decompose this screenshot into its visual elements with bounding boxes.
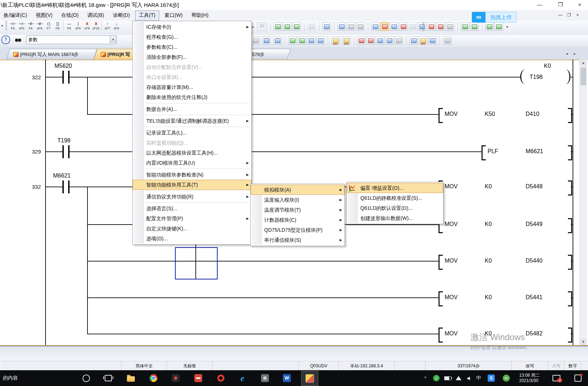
toolbar-icon[interactable] — [399, 22, 408, 31]
toolbar-icon[interactable] — [461, 22, 469, 31]
toolbar-icon[interactable]: ↷ — [273, 36, 282, 45]
menu-view[interactable]: 视图(V) — [32, 10, 56, 20]
toolbar-options-icon[interactable]: ▾ — [0, 24, 4, 28]
internet-explorer-icon[interactable]: e — [238, 370, 247, 386]
child-close-button[interactable]: × — [574, 13, 582, 18]
toolbar-icon[interactable] — [356, 22, 365, 31]
toolbar-overflow-icon[interactable]: ▾ — [505, 25, 509, 29]
menu-item-profile-manage[interactable]: 配置文件管理(P)▶ — [133, 213, 251, 223]
instruction-arg2[interactable]: D5441 — [526, 294, 542, 301]
tray-chevron-icon[interactable]: ^ — [422, 370, 428, 386]
toolbar-icon[interactable] — [394, 36, 403, 45]
menu-item-options[interactable]: 选项(O)... — [133, 234, 251, 244]
menu-item-q61ld-static-calibration[interactable]: Q61LD的静载校准设置(S)... — [347, 193, 443, 203]
instruction-op[interactable]: MOV — [445, 111, 457, 117]
instruction-op[interactable]: PLF — [488, 148, 498, 155]
delete-horizontal-line-button[interactable]: XcF9 — [82, 21, 91, 33]
menu-item-create-wave-output-data[interactable]: 创建波形输出数据(W)... — [347, 213, 443, 223]
wave-output-toolbar-icon[interactable] — [446, 22, 454, 31]
application-instruction-button[interactable]: [ ]F8 — [53, 21, 62, 33]
tab-prg-write-main[interactable]: [PRG]R 写入 MAIN 16874步 — [6, 49, 97, 60]
ladder-cursor[interactable] — [175, 247, 218, 279]
instruction-arg1[interactable]: K0 — [485, 183, 492, 190]
menu-item-parameter-check[interactable]: 参数检查(C)... — [133, 42, 251, 52]
instruction-op[interactable]: MOV — [445, 258, 457, 264]
chrome-icon[interactable] — [149, 370, 158, 386]
toolbar-icon[interactable]: ↶ — [262, 36, 271, 45]
toolbar-icon[interactable] — [485, 22, 494, 31]
toolbar-icon[interactable] — [288, 36, 297, 45]
dark-red-app-icon[interactable] — [171, 370, 180, 386]
toolbar-grip[interactable] — [422, 22, 424, 31]
menu-item-counter-module[interactable]: 计数器模块(C)▶ — [251, 215, 345, 225]
instruction-arg1[interactable]: K0 — [485, 330, 492, 337]
coil-value-label[interactable]: K0 — [544, 63, 551, 69]
closed-contact-or-button[interactable]: ⊣/⊢sF6 — [35, 21, 44, 33]
menu-item-builtin-io-tool[interactable]: 内置I/O模块用工具(U)▶ — [133, 158, 251, 168]
menu-item-temp-input-module[interactable]: 温度输入模块(I)▶ — [251, 195, 345, 205]
toolbar-icon[interactable] — [298, 36, 306, 45]
tab-scroll-right-icon[interactable]: ▸ — [572, 50, 578, 57]
menu-item-offset-gain-setting[interactable]: 偏置·增益设置(O)... — [347, 183, 443, 193]
instruction-arg2[interactable]: D5448 — [526, 183, 542, 190]
scroll-up-icon[interactable]: ▲ — [580, 60, 587, 66]
menu-item-program-check[interactable]: 程序检查(G)... — [133, 32, 251, 42]
toolbar-icon[interactable] — [322, 22, 331, 31]
combobox-dropdown-icon[interactable]: ▾ — [110, 36, 116, 43]
red-app-icon[interactable] — [194, 370, 203, 386]
toolbar-icon[interactable] — [357, 36, 366, 45]
toolbar-icon[interactable] — [347, 22, 355, 31]
toolbar-icon[interactable] — [428, 36, 437, 45]
close-button[interactable]: × — [574, 1, 585, 8]
child-minimize-button[interactable]: — — [556, 13, 564, 18]
instruction-arg1[interactable]: K50 — [485, 111, 495, 117]
data-select-combobox[interactable]: 参数 ▾ — [26, 36, 117, 44]
menu-item-data-merge[interactable]: 数据合并(A)... — [133, 104, 251, 114]
menu-item-ic-memory-card[interactable]: IC存储卡(I)▶ — [133, 22, 251, 32]
open-contact-or-button[interactable]: ⊣ ⊢sF5 — [17, 21, 26, 33]
instruction-arg1[interactable]: K0 — [485, 294, 492, 301]
calibration-toolbar-icon[interactable] — [436, 22, 445, 31]
coil-label[interactable]: T198 — [530, 74, 542, 80]
menu-item-temp-control-module[interactable]: 温度调节模块(T)▶ — [251, 205, 345, 215]
toolbar-icon[interactable] — [390, 22, 398, 31]
toolbar-icon[interactable] — [408, 22, 417, 31]
instruction-arg2[interactable]: D5449 — [526, 221, 542, 227]
paste-icon[interactable] — [251, 36, 260, 45]
battery-icon[interactable] — [444, 370, 452, 386]
red-ring-app-icon[interactable] — [217, 370, 225, 386]
open-contact-button[interactable]: ⊣ ⊢F5 — [8, 21, 17, 33]
menu-tools[interactable]: 工具(T) — [135, 10, 160, 20]
coil-button[interactable]: ( )F7 — [44, 21, 53, 33]
instruction-op[interactable]: MOV — [445, 294, 457, 301]
menu-compile[interactable]: 换/编译(C) — [0, 10, 30, 20]
st-editor-button[interactable]: ST — [257, 22, 267, 31]
drag-upload-button[interactable]: 拖拽上传 — [485, 12, 517, 23]
menu-item-intelligent-module-tool[interactable]: 智能功能模块用工具(T)▶ — [133, 180, 251, 190]
menu-item-clear-all-parameters[interactable]: 清除全部参数(F)... — [133, 52, 251, 62]
tab-scroll-left-icon[interactable]: ◂ — [564, 50, 570, 57]
menu-item-intelligent-module-param-check[interactable]: 智能功能模块参数检查(N)▶ — [133, 170, 251, 180]
file-explorer-icon[interactable] — [127, 370, 135, 386]
cloud-drive-icon[interactable]: ∞ — [472, 12, 485, 23]
instruction-op[interactable]: MOV — [445, 221, 457, 227]
wifi-icon[interactable] — [455, 370, 463, 386]
menu-item-ethernet-adapter-tool[interactable]: 以太网适配器模块设置工具(H)... — [133, 148, 251, 158]
toolbar-icon[interactable] — [283, 22, 291, 31]
input-method-indicator[interactable]: 中 — [475, 370, 483, 386]
minimize-button[interactable]: — — [534, 1, 545, 8]
task-view-icon[interactable] — [104, 370, 113, 386]
menu-item-qd75-positioning-module[interactable]: QD75/LD75型定位模块(P)▶ — [251, 225, 345, 235]
toolbar-icon[interactable] — [494, 22, 503, 31]
menu-diagnostics[interactable]: 诊断(D) — [109, 10, 133, 20]
cortana-icon[interactable] — [82, 370, 90, 386]
find-icon[interactable] — [14, 36, 22, 43]
menu-item-tel-function[interactable]: TEL功能设置/通过调制解调器连接(E)▶ — [133, 116, 251, 126]
menu-item-logging-setting-tool[interactable]: 记录设置工具(L)... — [133, 128, 251, 138]
drag-upload-widget[interactable]: ∞ 拖拽上传 — [472, 12, 517, 23]
contact-label[interactable]: M5620 — [54, 63, 72, 69]
rising-pulse-button[interactable]: ↑sF7 — [103, 21, 112, 33]
toolbar-icon[interactable] — [376, 36, 384, 45]
menu-item-serial-comm-module[interactable]: 串行通信模块(S)▶ — [251, 235, 345, 245]
instruction-arg2[interactable]: D5440 — [526, 258, 542, 264]
